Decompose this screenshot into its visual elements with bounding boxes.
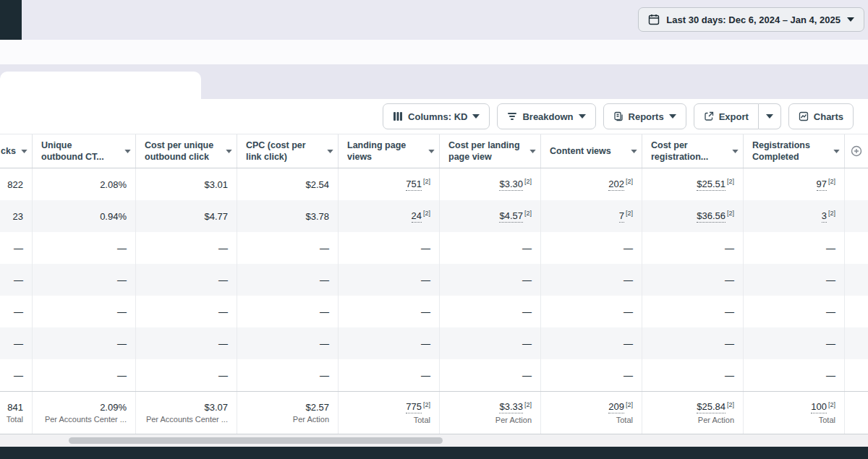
metric-value-link[interactable]: $25.84 [697,401,726,413]
metric-value: 822 [7,179,23,190]
metric-value: — [218,338,228,349]
sort-caret-icon[interactable] [527,150,536,153]
add-column-button[interactable] [845,134,868,168]
horizontal-scrollbar-thumb[interactable] [69,437,443,444]
metric-value: — [218,306,228,317]
metric-value-link[interactable]: 202 [608,179,624,191]
metric-value: — [725,338,734,349]
export-options-button[interactable] [759,103,781,129]
column-header-clicks[interactable]: cks [0,134,33,168]
sort-caret-icon[interactable] [324,150,333,153]
columns-button-label: Columns: KD [408,111,467,122]
column-header-label: Cost per uniqueoutbound click [145,140,213,163]
column-header-content-views[interactable]: Content views [541,134,642,168]
metric-value-line: — [624,338,633,349]
metric-value-line: — [320,306,329,317]
reports-icon [613,111,624,121]
metric-value-line: — [421,275,430,286]
metric-value-link[interactable]: $3.30 [499,179,523,191]
cell-registrations-completed: — [744,327,845,359]
cell-content-views: — [541,327,642,359]
charts-icon [799,111,809,121]
metric-value: — [421,338,430,349]
sort-caret-icon[interactable] [223,150,232,153]
sort-caret-icon[interactable] [122,150,131,153]
table-header-row: cksUniqueoutbound CT...Cost per uniqueou… [0,134,868,168]
metric-value-line: 23 [13,211,23,222]
attribution-superscript: [2] [828,178,835,185]
attribution-superscript: [2] [423,210,430,217]
date-range-picker[interactable]: Last 30 days: Dec 6, 2024 – Jan 4, 2025 [638,7,864,32]
metric-value-link[interactable]: 100 [811,401,827,413]
metric-value: 2.08% [100,179,127,190]
metric-value: — [421,370,430,381]
metric-value: — [320,306,329,317]
calendar-icon [648,14,660,25]
table-row: 8222.08%$3.01$2.54751[2]$3.30[2]202[2]$2… [0,168,868,200]
column-header-label: cks [1,145,16,157]
metric-value-line: — [522,275,532,286]
metric-value-link[interactable]: 209 [608,401,624,413]
cell-clicks: — [0,296,33,327]
charts-button[interactable]: Charts [788,103,854,129]
breakdown-button[interactable]: Breakdown [497,103,595,129]
cell-cost-per-unique-outbound-click: $4.77 [136,200,237,232]
metric-value: — [624,338,633,349]
metric-value-link[interactable]: 97 [817,179,827,191]
metric-value: 0.94% [100,211,127,222]
metric-value-link[interactable]: 775 [406,401,422,413]
metric-value: $3.78 [305,211,329,222]
column-header-cpc-cost-per-link-click[interactable]: CPC (cost perlink click) [237,134,339,168]
cell-cost-per-unique-outbound-click: — [136,296,237,327]
metric-value-link[interactable]: $4.57 [499,210,523,223]
cell-cpc-cost-per-link-click: $2.57Per Action [237,392,339,434]
metric-value: — [725,275,734,286]
columns-button[interactable]: Columns: KD [383,103,490,129]
metric-value: — [725,370,734,381]
column-header-unique-outbound-ctr[interactable]: Uniqueoutbound CT... [33,134,136,168]
metric-value-link[interactable]: 3 [822,210,827,223]
column-header-registrations-completed[interactable]: RegistrationsCompleted [744,134,845,168]
metric-value-link[interactable]: $25.51 [697,179,726,191]
cell-cpc-cost-per-link-click: $3.78 [237,200,339,232]
cell-landing-page-views: 751[2] [339,168,440,200]
attribution-superscript: [2] [626,210,633,217]
metric-value: — [522,243,532,254]
sort-caret-icon[interactable] [729,150,739,153]
reports-button[interactable]: Reports [603,103,686,129]
cell-content-views: — [541,359,642,391]
metric-value: — [14,243,23,254]
metric-value-line: — [624,243,633,254]
column-header-cost-per-registration[interactable]: Cost perregistration... [642,134,744,168]
column-header-label: RegistrationsCompleted [752,140,810,163]
horizontal-scrollbar[interactable] [0,434,868,447]
sort-caret-icon[interactable] [18,150,27,153]
bottom-bar [0,447,868,459]
cell-cost-per-registration: — [642,264,744,296]
total-sublabel: Per Action [698,416,734,424]
metric-value: — [117,275,127,286]
metric-value-link[interactable]: 751 [406,179,422,191]
metric-value-line: — [320,338,329,349]
metric-value-link[interactable]: $3.33 [499,401,523,413]
metric-value-line: — [218,243,228,254]
tab-bar [0,64,868,99]
sort-caret-icon[interactable] [628,150,637,153]
metric-value-link[interactable]: $36.56 [697,210,726,223]
sort-caret-icon[interactable] [425,150,435,153]
sort-caret-icon[interactable] [830,150,840,153]
attribution-superscript: [2] [828,210,835,217]
metric-value-line: — [117,370,127,381]
column-header-cost-per-landing-page-view[interactable]: Cost per landingpage view [440,134,541,168]
cell-registrations-completed: 97[2] [744,168,845,200]
column-header-landing-page-views[interactable]: Landing pageviews [339,134,440,168]
column-header-label: Cost per landingpage view [448,140,520,163]
export-button[interactable]: Export [694,103,759,129]
metric-value-line: 775[2] [406,401,430,413]
metric-value-link[interactable]: 7 [619,210,624,223]
metric-value-line: $3.78 [305,211,329,222]
metric-value-link[interactable]: 24 [412,210,422,223]
column-header-cost-per-unique-outbound-click[interactable]: Cost per uniqueoutbound click [136,134,237,168]
metric-value: — [725,306,734,317]
cell-cost-per-registration: $25.51[2] [642,168,744,200]
